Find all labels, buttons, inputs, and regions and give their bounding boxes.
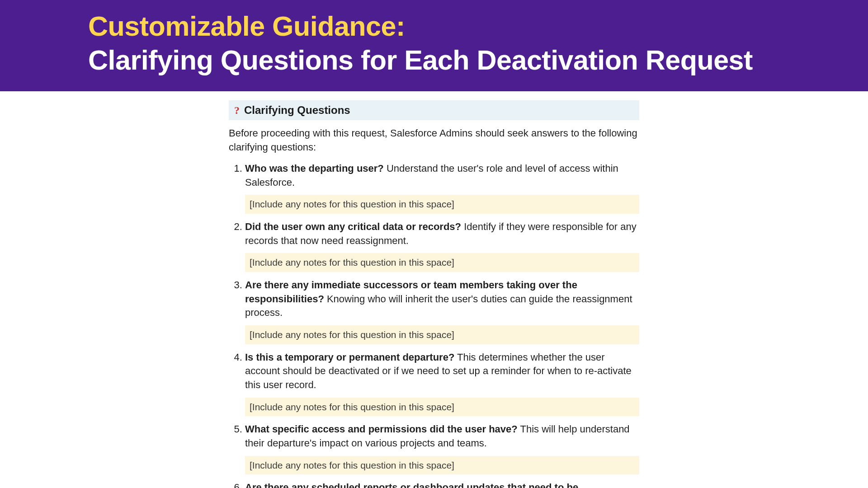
list-item: Who was the departing user? Understand t… <box>245 162 639 214</box>
note-box[interactable]: [Include any notes for this question in … <box>245 253 639 272</box>
section-header: ? Clarifying Questions <box>229 100 639 120</box>
question-mark-icon: ? <box>234 104 240 117</box>
question-bold: Are there any scheduled reports or dashb… <box>245 482 578 488</box>
question-bold: What specific access and permissions did… <box>245 423 518 435</box>
list-item: Did the user own any critical data or re… <box>245 220 639 272</box>
list-item: What specific access and permissions did… <box>245 422 639 474</box>
list-item: Are there any immediate successors or te… <box>245 278 639 344</box>
section-intro: Before proceeding with this request, Sal… <box>229 127 639 155</box>
question-bold: Did the user own any critical data or re… <box>245 221 461 232</box>
note-box[interactable]: [Include any notes for this question in … <box>245 195 639 213</box>
question-bold: Is this a temporary or permanent departu… <box>245 352 454 363</box>
note-box[interactable]: [Include any notes for this question in … <box>245 325 639 344</box>
list-item: Is this a temporary or permanent departu… <box>245 351 639 417</box>
question-bold: Who was the departing user? <box>245 163 384 174</box>
header-banner: Customizable Guidance: Clarifying Questi… <box>0 0 868 91</box>
header-title-line2: Clarifying Questions for Each Deactivati… <box>88 45 868 75</box>
questions-list: Who was the departing user? Understand t… <box>229 162 639 488</box>
note-box[interactable]: [Include any notes for this question in … <box>245 456 639 474</box>
section-title: Clarifying Questions <box>244 104 350 117</box>
header-title-line1: Customizable Guidance: <box>88 11 868 42</box>
note-box[interactable]: [Include any notes for this question in … <box>245 398 639 416</box>
content-area: ? Clarifying Questions Before proceeding… <box>229 100 639 488</box>
list-item: Are there any scheduled reports or dashb… <box>245 481 639 488</box>
